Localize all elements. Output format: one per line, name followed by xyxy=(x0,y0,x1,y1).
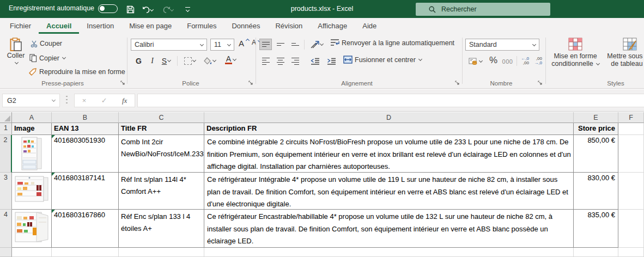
align-right-button[interactable] xyxy=(289,56,301,67)
thousands-button[interactable]: 000 xyxy=(501,56,514,67)
tab-affichage[interactable]: Affichage xyxy=(310,19,355,34)
select-all-button[interactable] xyxy=(0,112,12,123)
tab-insertion[interactable]: Insertion xyxy=(79,19,121,34)
tab-fichier[interactable]: Fichier xyxy=(2,19,39,34)
row-header-2[interactable]: 2 xyxy=(0,135,12,173)
font-size-select[interactable]: 11 xyxy=(210,39,234,51)
align-top-button[interactable] xyxy=(259,39,272,50)
empty-cell[interactable] xyxy=(618,248,644,257)
ean-cell[interactable]: 4016803167860 xyxy=(52,210,119,248)
ean-cell[interactable]: 4016803187141 xyxy=(52,173,119,210)
grow-font-button[interactable]: A xyxy=(239,39,249,48)
font-color-button[interactable]: A xyxy=(221,54,240,65)
empty-cell[interactable] xyxy=(574,248,618,257)
title-line: Comfort A++ xyxy=(121,186,202,198)
price-cell[interactable]: 835,00 € xyxy=(574,210,618,248)
align-bottom-button[interactable] xyxy=(289,39,301,50)
header-cell-price[interactable]: Store price xyxy=(574,123,618,135)
decrease-indent-button[interactable] xyxy=(307,56,323,67)
name-box[interactable]: G2 xyxy=(2,94,60,107)
orientation-icon xyxy=(311,41,319,48)
fill-color-button[interactable] xyxy=(201,55,219,66)
bold-button[interactable]: G xyxy=(132,55,145,66)
header-cell-title[interactable]: Title FR xyxy=(119,123,204,135)
empty-cell[interactable] xyxy=(618,135,644,173)
tab-aide[interactable]: Aide xyxy=(355,19,384,34)
empty-cell[interactable] xyxy=(618,210,644,248)
title-cell[interactable]: Réf Int s/plan 114l 4* Comfort A++ xyxy=(119,173,204,210)
font-size-dropdown-icon xyxy=(227,42,231,46)
wrap-text-button[interactable]: Renvoyer à la ligne automatiquement xyxy=(330,39,454,47)
cut-button[interactable]: Couper xyxy=(31,40,62,47)
percent-button[interactable]: % xyxy=(487,54,500,66)
empty-cell[interactable] xyxy=(618,173,644,210)
number-format-select[interactable]: Standard xyxy=(465,39,539,51)
header-cell-image[interactable]: Image xyxy=(12,123,52,135)
tab-donnees[interactable]: Données xyxy=(224,19,268,34)
header-cell-ean[interactable]: EAN 13 xyxy=(52,123,119,135)
enter-button[interactable]: ✓ xyxy=(101,96,107,105)
font-name-select[interactable]: Calibri xyxy=(131,39,207,51)
row-header-1[interactable]: 1 xyxy=(0,123,12,135)
align-left-button[interactable] xyxy=(259,56,272,67)
column-header-c[interactable]: C xyxy=(119,112,204,123)
increase-decimal-button[interactable]: ←,0,00 xyxy=(519,55,531,66)
product-image-cell[interactable] xyxy=(12,135,52,173)
empty-cell[interactable] xyxy=(618,123,644,135)
column-header-d[interactable]: D xyxy=(204,112,574,123)
title-cell[interactable]: Comb Int 2cir NewBio/NoFrost/IceM.233 xyxy=(119,135,204,173)
italic-button[interactable]: I xyxy=(146,55,159,66)
description-cell[interactable]: Ce réfrigérateur Intégrable 4* propose u… xyxy=(204,173,574,210)
empty-cell[interactable] xyxy=(204,248,574,257)
orientation-button[interactable] xyxy=(307,39,326,50)
header-cell-description[interactable]: Description FR xyxy=(204,123,574,135)
product-image-cell[interactable] xyxy=(12,210,52,248)
row-header-3[interactable]: 3 xyxy=(0,173,12,210)
column-header-b[interactable]: B xyxy=(52,112,119,123)
column-header-e[interactable]: E xyxy=(574,112,618,123)
align-dialog-launcher[interactable] xyxy=(454,80,460,85)
column-header-f[interactable]: F xyxy=(618,112,644,123)
search-box[interactable]: Rechercher xyxy=(416,3,550,16)
increase-indent-button[interactable] xyxy=(324,56,339,67)
format-painter-button[interactable]: Reproduire la mise en forme xyxy=(28,68,125,76)
merge-center-button[interactable]: Fusionner et centrer xyxy=(343,56,422,64)
description-cell[interactable]: Ce combiné intégrable 2 circuits NoFrost… xyxy=(204,135,574,173)
cancel-button[interactable]: × xyxy=(82,96,87,105)
accounting-format-button[interactable] xyxy=(465,56,485,67)
description-cell[interactable]: Ce réfrigérateur Encastrable/habillable … xyxy=(204,210,574,248)
title-cell[interactable]: Réf Enc s/plan 133 l 4 étoiles A+ xyxy=(119,210,204,248)
tab-revision[interactable]: Révision xyxy=(268,19,310,34)
product-image-cell[interactable] xyxy=(12,173,52,210)
copy-button[interactable]: Copier xyxy=(29,54,65,62)
font-dialog-launcher[interactable] xyxy=(248,80,253,85)
font-color-icon: A xyxy=(225,56,232,64)
formula-bar-grip[interactable] xyxy=(66,96,68,106)
conditional-formatting-button[interactable]: Mise en forme conditionnelle xyxy=(550,38,600,68)
tab-mise-en-page[interactable]: Mise en page xyxy=(121,19,179,34)
align-center-button[interactable] xyxy=(274,56,287,67)
empty-cell[interactable] xyxy=(12,248,52,257)
price-cell[interactable]: 850,00 € xyxy=(574,135,618,173)
ean-cell[interactable]: 4016803051930 xyxy=(52,135,119,173)
tab-accueil[interactable]: Accueil xyxy=(39,19,79,34)
empty-cell[interactable] xyxy=(52,248,119,257)
insert-function-button[interactable]: fx xyxy=(122,96,127,105)
formula-input[interactable] xyxy=(137,94,644,107)
format-as-table-button[interactable]: Mettre sous for de tableau xyxy=(603,38,644,68)
row-header-4[interactable]: 4 xyxy=(0,210,12,248)
align-left-icon xyxy=(262,58,270,65)
borders-button[interactable] xyxy=(181,55,198,66)
price-cell[interactable]: 830,00 € xyxy=(574,173,618,210)
clipboard-dialog-launcher[interactable] xyxy=(120,80,125,85)
tab-formules[interactable]: Formules xyxy=(179,19,224,34)
underline-button[interactable]: S xyxy=(158,55,174,66)
number-dialog-launcher[interactable] xyxy=(537,80,543,85)
column-header-a[interactable]: A xyxy=(12,112,52,123)
format-as-table-icon xyxy=(623,38,637,51)
empty-cell[interactable] xyxy=(119,248,204,257)
row-header-5[interactable] xyxy=(0,248,12,257)
decrease-decimal-button[interactable]: ,00→,0 xyxy=(532,55,544,66)
paste-button[interactable]: Coller xyxy=(4,38,27,64)
align-middle-button[interactable] xyxy=(274,39,287,50)
